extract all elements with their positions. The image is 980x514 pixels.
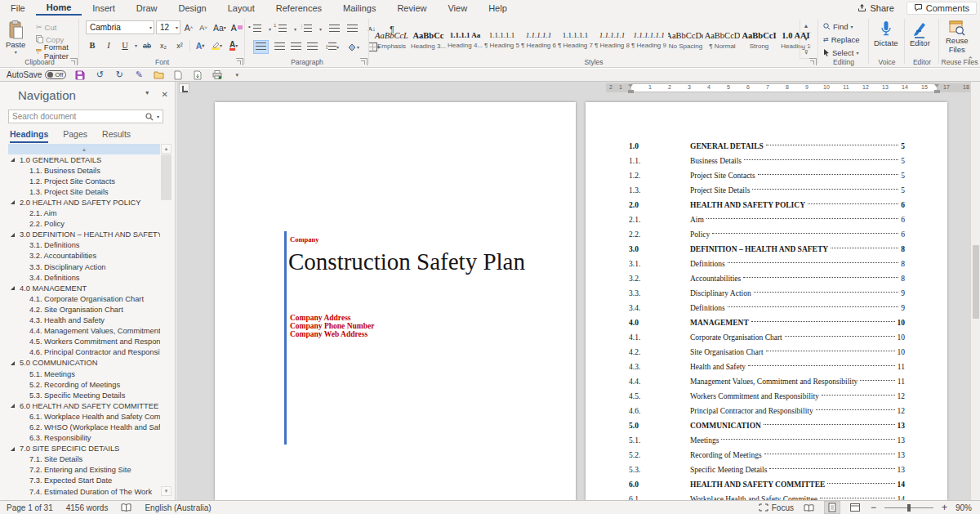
navigation-heading-item[interactable]: 1.2. Project Site Contacts	[0, 176, 160, 186]
paragraph-dialog-launcher[interactable]	[360, 58, 368, 65]
zoom-level[interactable]: 90%	[956, 503, 972, 512]
navigation-heading-item[interactable]: 4.5. Workers Commitment and Responsibili…	[0, 337, 160, 347]
align-center-button[interactable]	[274, 42, 285, 51]
paste-dropdown-icon[interactable]: ▾	[15, 49, 17, 55]
increase-indent-button[interactable]	[347, 25, 358, 34]
style-emphasis[interactable]: AaBbCcLEmphasis	[374, 20, 409, 60]
search-icon[interactable]	[145, 113, 154, 121]
style-heading-6[interactable]: 1.1.1.1.1¶ Heading 6	[521, 20, 556, 60]
clipboard-dialog-launcher[interactable]	[70, 58, 78, 65]
strikethrough-button[interactable]: ab	[140, 38, 154, 52]
toc-entry[interactable]: 3.3.Disciplinary Action9	[629, 286, 905, 301]
zoom-in-icon[interactable]: +	[942, 502, 947, 513]
page-indicator[interactable]: Page 1 of 31	[7, 503, 53, 512]
zoom-slider[interactable]	[884, 507, 933, 508]
read-mode-icon[interactable]	[802, 502, 817, 513]
navigation-tab-pages[interactable]: Pages	[63, 129, 87, 143]
style-heading-5[interactable]: 1.1.1.1.1¶ Heading 5	[484, 20, 519, 60]
toc-entry[interactable]: 1.1.Business Details5	[629, 154, 905, 168]
right-indent-marker[interactable]	[934, 84, 940, 92]
reuse-files-button[interactable]: Reuse Files	[946, 20, 968, 54]
toc-entry[interactable]: 4.0MANAGEMENT10	[629, 315, 905, 330]
navigation-heading-item[interactable]: 4.0 MANAGEMENT	[0, 283, 160, 293]
navigation-heading-item[interactable]: 6.0 HEALTH AND SAFETY COMMITTEE	[0, 400, 160, 411]
web-layout-icon[interactable]	[848, 502, 862, 513]
styles-scroll-up-button[interactable]: ▲	[800, 20, 812, 33]
tab-file[interactable]: File	[0, 0, 36, 16]
navigation-heading-item[interactable]: 5.1. Meetings	[0, 369, 160, 379]
toc-entry[interactable]: 6.0HEALTH AND SAFETY COMMITTEE14	[629, 477, 905, 492]
toc-entry[interactable]: 3.0DEFINITION – HEALTH AND SAFETY8	[629, 242, 905, 257]
collapse-heading-icon[interactable]	[11, 361, 15, 365]
style-heading-8[interactable]: 1.1.1.1.1¶ Heading 8	[595, 20, 630, 60]
indent-marker[interactable]	[628, 84, 634, 92]
proofing-icon[interactable]	[121, 503, 131, 512]
style-no-spacing[interactable]: AaBbCcDcNo Spacing	[668, 20, 703, 60]
navigation-heading-item[interactable]: 4.1. Corporate Organisation Chart	[0, 293, 160, 304]
tab-insert[interactable]: Insert	[82, 0, 126, 16]
toc-entry[interactable]: 4.6.Principal Contractor and Responsibil…	[629, 404, 905, 418]
align-right-button[interactable]	[291, 42, 301, 51]
tab-help[interactable]: Help	[478, 0, 518, 16]
change-case-button[interactable]: Aa▾	[212, 20, 228, 34]
tab-home[interactable]: Home	[36, 0, 82, 16]
navigation-heading-item[interactable]: 3.4. Definitions	[0, 272, 160, 283]
format-painter-button[interactable]: Format Painter	[36, 46, 79, 57]
font-color-button[interactable]: A▾	[227, 38, 240, 52]
navigation-scrollbar[interactable]: ▲ ▼	[161, 144, 172, 496]
scroll-up-icon[interactable]: ▲	[161, 144, 172, 154]
comments-button[interactable]: Comments	[906, 2, 977, 15]
navigation-options-icon[interactable]: ▼	[145, 90, 150, 99]
style-strong[interactable]: AaBbCcIStrong	[742, 20, 777, 60]
collapse-heading-icon[interactable]	[11, 200, 15, 204]
style-heading-9[interactable]: 1.1.1.1.1.1¶ Heading 9	[631, 20, 666, 60]
customize-qat-icon[interactable]: ▾	[231, 69, 243, 80]
tab-review[interactable]: Review	[386, 0, 437, 16]
navigation-heading-item[interactable]: 7.2. Entering and Existing Site	[0, 465, 160, 476]
navigation-heading-item[interactable]: 3.0 DEFINITION – HEALTH AND SAFETY	[0, 230, 160, 240]
bullets-button[interactable]: •	[253, 25, 261, 34]
editor-button[interactable]: Editor	[910, 20, 930, 47]
font-size-combo[interactable]: 12▾	[156, 20, 180, 34]
navigation-selected-heading[interactable]: ▴	[8, 144, 160, 154]
align-left-button[interactable]	[253, 40, 269, 54]
tab-stop-selector[interactable]	[179, 83, 189, 93]
italic-button[interactable]: I	[102, 38, 115, 52]
scroll-down-icon[interactable]: ▼	[161, 486, 172, 496]
navigation-heading-item[interactable]: 7.3. Expected Start Date	[0, 476, 160, 486]
tab-draw[interactable]: Draw	[126, 0, 168, 16]
underline-dropdown-icon[interactable]: ▾	[135, 42, 137, 48]
numbering-button[interactable]: 1	[278, 25, 287, 34]
toc-entry[interactable]: 2.2.Policy6	[629, 227, 905, 242]
collapse-heading-icon[interactable]	[11, 447, 15, 451]
toc-entry[interactable]: 4.1.Corporate Organisation Chart10	[629, 330, 905, 345]
toc-entry[interactable]: 2.1.Aim6	[629, 212, 905, 227]
select-button[interactable]: Select▾	[823, 47, 860, 58]
grow-font-button[interactable]: A˄	[182, 20, 195, 34]
paste-button[interactable]: Paste ▾	[6, 20, 25, 55]
navigation-heading-item[interactable]: 6.2. WHSO (Workplace Health and Safety O…	[0, 422, 160, 432]
quick-print-icon[interactable]	[212, 69, 223, 80]
toc-entry[interactable]: 5.0COMMUNICATION13	[629, 418, 905, 433]
toc-entry[interactable]: 6.1.Workplace Health and Safety Committe…	[629, 492, 905, 500]
toc-entry[interactable]: 4.2.Site Organisation Chart10	[629, 345, 905, 360]
toc-entry[interactable]: 4.4.Management Values, Commitment and Re…	[629, 374, 905, 389]
toc-entry[interactable]: 3.1.Definitions8	[629, 257, 905, 271]
navigation-heading-item[interactable]: 4.6. Principal Contractor and Responsibi…	[0, 347, 160, 358]
new-document-icon[interactable]	[172, 69, 184, 80]
navigation-heading-item[interactable]: 6.1. Workplace Health and Safety Committ…	[0, 411, 160, 422]
tab-mailings[interactable]: Mailings	[332, 0, 386, 16]
styles-more-button[interactable]: ⊽	[800, 46, 812, 59]
decrease-indent-button[interactable]	[329, 25, 340, 34]
toc-entry[interactable]: 1.2.Project Site Contacts5	[629, 168, 905, 183]
find-button[interactable]: Find▾	[823, 20, 860, 32]
highlight-button[interactable]: ▾	[210, 38, 224, 52]
navigation-heading-item[interactable]: 2.1. Aim	[0, 208, 160, 219]
navigation-heading-item[interactable]: 1.3. Project Site Details	[0, 186, 160, 197]
navigation-heading-item[interactable]: 3.2. Accountabilities	[0, 251, 160, 261]
style-heading-3[interactable]: AaBbCcHeading 3...	[411, 20, 446, 60]
navigation-heading-item[interactable]: 5.2. Recording of Meetings	[0, 379, 160, 390]
toc-entry[interactable]: 4.5.Workers Commitment and Responsibilit…	[629, 389, 905, 404]
navigation-tab-results[interactable]: Results	[102, 129, 131, 143]
save-icon[interactable]	[74, 69, 86, 80]
